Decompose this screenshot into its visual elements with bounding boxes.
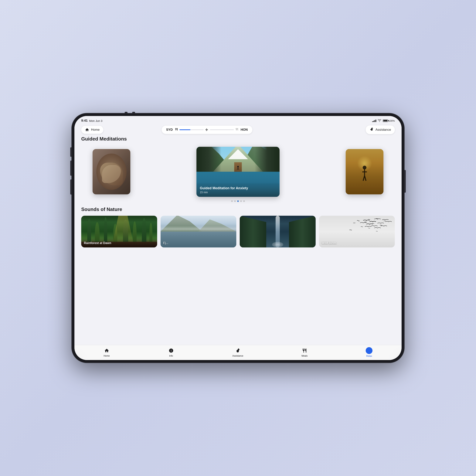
main-content: Guided Meditations <box>74 136 402 360</box>
side-button-power[interactable] <box>404 170 406 193</box>
home-nav-label: Home <box>91 128 100 132</box>
relax-tab-label: Relax <box>366 355 372 357</box>
carousel-item-left[interactable] <box>93 149 130 194</box>
tab-relax[interactable]: Relax <box>361 347 377 357</box>
waterfall-scene <box>240 216 316 247</box>
status-date: Mon Jun 3 <box>89 119 102 122</box>
arrival-meals-icon <box>235 128 238 132</box>
dot-4[interactable] <box>240 200 242 202</box>
carousel-featured-duration: 15 min <box>200 191 276 194</box>
svg-point-4 <box>370 350 370 350</box>
sounds-of-nature-section: Sounds of Nature <box>81 206 395 247</box>
plane-icon: ✈ <box>205 128 208 132</box>
tab-bar: Home Info Assistance <box>74 345 402 360</box>
side-button-volume-down[interactable] <box>70 179 72 195</box>
flight-fill <box>179 129 190 130</box>
home-tab-label: Home <box>104 355 110 357</box>
relax-tab-icon <box>366 347 373 354</box>
assistance-button[interactable]: Assistance <box>366 125 395 134</box>
flight-progress: ✈ <box>175 128 238 132</box>
silhouette-scene <box>346 149 383 194</box>
carousel-caption: Guided Meditation for Anxiety 15 min <box>196 183 280 197</box>
tab-home[interactable]: Home <box>99 347 115 357</box>
guided-meditations-section: Guided Meditations <box>81 136 395 202</box>
svg-point-3 <box>369 350 369 350</box>
meals-tab-icon <box>301 347 308 354</box>
carousel-item-right[interactable] <box>346 149 383 194</box>
svg-point-1 <box>363 166 366 170</box>
fjord-scene <box>161 216 237 247</box>
sound-card-fjords-label: Fj... <box>163 241 169 245</box>
dot-2[interactable] <box>234 200 236 202</box>
origin-code: SYD <box>166 128 173 132</box>
ipad-screen: 9:41 Mon Jun 3 <box>74 116 402 360</box>
status-icons: 100% <box>372 119 395 122</box>
flight-remaining-track <box>210 129 234 130</box>
info-tab-icon <box>168 347 174 354</box>
sound-card-birds[interactable]: 〜 〜 〜 〜 〜 〜 〜 〜 〜 〜 〜 〜 <box>319 216 395 247</box>
tab-info[interactable]: Info <box>163 347 179 357</box>
svg-point-2 <box>368 349 371 352</box>
tab-assistance[interactable]: Assistance <box>228 347 248 357</box>
side-button-mute[interactable] <box>70 147 72 157</box>
meditation-carousel[interactable]: Guided Meditation for Anxiety 15 min <box>81 145 395 198</box>
meditations-title: Guided Meditations <box>81 136 395 142</box>
carousel-dots <box>81 200 395 202</box>
top-navigation: Home SYD ✈ HON <box>74 124 402 136</box>
destination-code: HON <box>241 128 248 132</box>
sound-card-rainforest[interactable]: Rainforest at Dawn <box>81 216 157 247</box>
svg-point-0 <box>237 166 239 167</box>
hands-scene <box>93 149 130 194</box>
battery-percent: 100% <box>389 119 395 122</box>
carousel-featured-title: Guided Meditation for Anxiety <box>200 186 276 190</box>
sound-card-rainforest-label: Rainforest at Dawn <box>84 241 111 245</box>
sounds-title: Sounds of Nature <box>81 206 395 212</box>
signal-icon <box>372 119 376 122</box>
sounds-grid: Rainforest at Dawn Fj.. <box>81 216 395 247</box>
sound-card-birds-label: Wild Birds <box>322 241 337 245</box>
assistance-nav-label: Assistance <box>375 128 391 132</box>
assistance-tab-icon <box>235 347 241 354</box>
sound-card-waterfalls[interactable]: ... <box>240 216 316 247</box>
info-tab-label: Info <box>169 355 173 357</box>
assistance-tab-label: Assistance <box>232 355 243 357</box>
top-button-2 <box>132 112 135 113</box>
meals-tab-label: Meals <box>302 355 307 357</box>
dot-5[interactable] <box>243 200 245 202</box>
ipad-frame: 9:41 Mon Jun 3 <box>72 113 404 363</box>
dot-3[interactable] <box>237 200 239 202</box>
status-bar: 9:41 Mon Jun 3 <box>74 116 402 124</box>
flight-track <box>179 129 204 130</box>
home-nav-button[interactable]: Home <box>81 126 103 134</box>
home-tab-icon <box>103 347 110 354</box>
status-time: 9:41 <box>81 119 88 123</box>
tab-meals[interactable]: Meals <box>297 347 312 357</box>
departure-meals-icon <box>175 128 178 132</box>
dot-1[interactable] <box>231 200 233 202</box>
top-button-1 <box>125 112 128 113</box>
home-nav-icon <box>85 128 89 132</box>
side-button-volume-up[interactable] <box>70 161 72 176</box>
sound-card-fjords[interactable]: Fj... <box>161 216 237 247</box>
flight-status-bar: SYD ✈ HON <box>162 126 252 134</box>
hand-raise-icon <box>370 127 374 132</box>
battery-indicator: 100% <box>383 119 395 122</box>
carousel-item-center[interactable]: Guided Meditation for Anxiety 15 min <box>196 147 280 197</box>
wifi-icon <box>378 119 381 122</box>
